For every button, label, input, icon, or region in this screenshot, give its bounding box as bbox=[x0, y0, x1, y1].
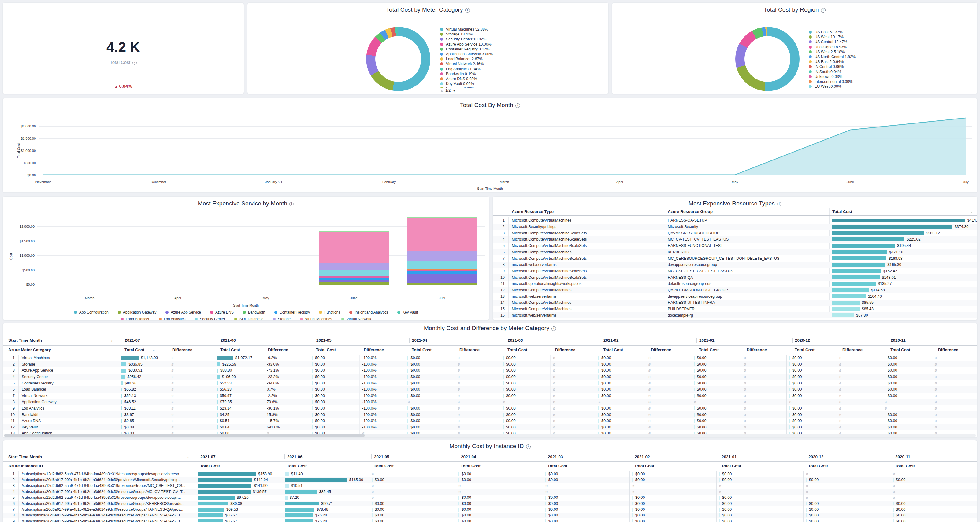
table-row[interactable]: 2Storage$336.85ø$225.59-33.0%$0.00-100.0… bbox=[3, 361, 977, 368]
info-icon[interactable]: i bbox=[777, 202, 781, 206]
column-header-group[interactable]: Azure Resource Group bbox=[668, 209, 713, 214]
table-row[interactable]: 5Microsoft.Compute/virtualMachineScaleSe… bbox=[493, 243, 977, 249]
table-row[interactable]: 14Microsoft.Compute/virtualMachinesHARNE… bbox=[493, 300, 977, 306]
table-row[interactable]: 1Microsoft.Compute/virtualMachinesHARNES… bbox=[493, 217, 977, 224]
table-row[interactable]: 15Microsoft.Compute/virtualMachinesBUILD… bbox=[493, 306, 977, 313]
sub-header-total-cost[interactable]: Total Cost bbox=[412, 347, 431, 352]
info-icon[interactable]: i bbox=[290, 202, 294, 206]
sub-header-difference[interactable]: Difference bbox=[747, 347, 767, 352]
legend-item[interactable]: US Central 12.47% bbox=[809, 40, 856, 44]
table-row[interactable]: 4Microsoft.Compute/virtualMachineScaleSe… bbox=[493, 236, 977, 243]
sub-header-difference[interactable]: Difference bbox=[651, 347, 671, 352]
info-icon[interactable]: i bbox=[552, 327, 556, 331]
info-icon[interactable]: i bbox=[465, 8, 470, 13]
sub-header-total-cost[interactable]: Total Cost bbox=[634, 463, 654, 468]
sub-header-total-cost[interactable]: Total Cost bbox=[808, 463, 828, 468]
sub-header-total-cost[interactable]: Total Cost bbox=[890, 347, 910, 352]
legend-item[interactable]: US East 2 0.94% bbox=[809, 59, 856, 64]
column-header-instance[interactable]: Azure Instance ID bbox=[8, 463, 43, 468]
sub-header-difference[interactable]: Difference bbox=[172, 347, 192, 352]
table-row[interactable]: 7Microsoft.Compute/virtualMachineScaleSe… bbox=[493, 255, 977, 262]
legend-item[interactable]: Bandwidth 0.19% bbox=[440, 71, 493, 76]
legend-item[interactable]: IN South 0.04% bbox=[809, 69, 856, 74]
legend-item[interactable]: Unknown 0.03% bbox=[809, 74, 856, 79]
legend-item[interactable]: Log Analytics 1.34% bbox=[440, 67, 493, 71]
legend-item[interactable]: Container Registry 3.17% bbox=[440, 47, 493, 52]
sub-header-difference[interactable]: Difference bbox=[460, 347, 480, 352]
sub-header-difference[interactable]: Difference bbox=[364, 347, 384, 352]
legend-item[interactable]: Log Analytics bbox=[159, 317, 186, 320]
legend-item[interactable]: Azure App Service bbox=[165, 310, 201, 314]
legend-item[interactable]: US North Central 1.82% bbox=[809, 54, 856, 59]
sub-header-total-cost[interactable]: Total Cost bbox=[316, 347, 336, 352]
sub-header-total-cost[interactable]: Total Cost bbox=[287, 463, 307, 468]
scroll-left-icon[interactable]: ‹ bbox=[188, 455, 189, 459]
table-row[interactable]: 6/subscriptions/20d6a917-99fa-4b1b-9b2e-… bbox=[3, 501, 977, 506]
legend-item[interactable]: EU West 0.00% bbox=[809, 84, 856, 89]
table-row[interactable]: 1Virtual Machines$1,143.93ø$1,072.17-6.3… bbox=[3, 355, 977, 361]
column-header-category[interactable]: Azure Meter Category bbox=[8, 347, 51, 352]
sub-header-total-cost[interactable]: Total Cost bbox=[795, 347, 815, 352]
table-row[interactable]: 12Key Vault$0.08ø$0.64691.0%$0.00-100.0%… bbox=[3, 424, 977, 431]
table-row[interactable]: 8microsoft.web/serverfarmsdevappservicer… bbox=[493, 262, 977, 268]
legend-item[interactable]: Unassigned 8.93% bbox=[809, 44, 856, 49]
sub-header-total-cost[interactable]: Total Cost bbox=[547, 463, 567, 468]
legend-item[interactable]: Virtual Network 2.46% bbox=[440, 62, 493, 66]
legend-item[interactable]: Load Balancer 2.67% bbox=[440, 57, 493, 62]
legend-item[interactable]: Azure App Service 10.00% bbox=[440, 42, 493, 47]
legend-item[interactable]: Application Gateway bbox=[118, 310, 156, 314]
sub-header-total-cost[interactable]: Total Cost bbox=[721, 463, 741, 468]
sub-header-difference[interactable]: Difference bbox=[555, 347, 575, 352]
table-row[interactable]: 11microsoft.operationalinsights/workspac… bbox=[493, 281, 977, 287]
legend-item[interactable]: Security Center 10.82% bbox=[440, 36, 493, 41]
table-row[interactable]: 4Security Center$256.42ø$196.90-23.2%$0.… bbox=[3, 374, 977, 380]
table-row[interactable]: 1/subscriptions/12d2db62-5aa9-471d-84bb-… bbox=[3, 471, 977, 477]
table-row[interactable]: 3Microsoft.Compute/virtualMachineScaleSe… bbox=[493, 230, 977, 236]
table-row[interactable]: 7/subscriptions/20d6a917-99fa-4b1b-9b2e-… bbox=[3, 506, 977, 512]
scroll-left-icon[interactable]: ‹ bbox=[111, 338, 113, 343]
table-row[interactable]: 2/subscriptions/20d6a917-99fa-4b1b-9b2e-… bbox=[3, 477, 977, 482]
table-row[interactable]: 3/subscriptions/12d2db62-5aa9-471d-84bb-… bbox=[3, 483, 977, 489]
meter-category-donut[interactable] bbox=[366, 27, 430, 91]
info-icon[interactable]: i bbox=[821, 8, 826, 13]
page-down-icon[interactable]: ▼ bbox=[452, 89, 456, 92]
legend-item[interactable]: Virtual Machines bbox=[300, 317, 332, 320]
legend-item[interactable]: Bandwidth bbox=[243, 310, 265, 314]
sort-chevron-down-icon[interactable]: ⌄ bbox=[152, 348, 155, 352]
legend-item[interactable]: Virtual Machines 52.88% bbox=[440, 27, 493, 32]
legend-item[interactable]: Load Balancer bbox=[121, 317, 149, 320]
sub-header-total-cost[interactable]: Total Cost bbox=[220, 347, 240, 352]
table-row[interactable]: 9Log Analytics$33.11ø$23.14-30.1%$0.00-1… bbox=[3, 405, 977, 412]
legend-item[interactable]: Intercontinental 0.00% bbox=[809, 79, 856, 84]
table-row[interactable]: 10Bandwidth$3.67ø$4.2515.8%$0.00-100.0%$… bbox=[3, 411, 977, 418]
table-row[interactable]: 8/subscriptions/20d6a917-99fa-4b1b-9b2e-… bbox=[3, 512, 977, 518]
legend-item[interactable]: Azure DNS bbox=[210, 310, 234, 314]
legend-item[interactable]: Functions bbox=[319, 310, 340, 314]
legend-item[interactable]: Application Gateway 3.00% bbox=[440, 52, 493, 57]
table-row[interactable]: 13microsoft.web/serverfarmsdevappservice… bbox=[493, 293, 977, 300]
legend-item[interactable]: US East 51.37% bbox=[809, 30, 856, 35]
sub-header-total-cost[interactable]: Total Cost bbox=[895, 463, 915, 468]
sub-header-total-cost[interactable]: Total Cost bbox=[603, 347, 623, 352]
table-row[interactable]: 10Microsoft.Compute/virtualMachineScaleS… bbox=[493, 274, 977, 281]
legend-item[interactable]: Security Center bbox=[194, 317, 225, 320]
legend-item[interactable]: Functions 0.00% bbox=[440, 86, 493, 88]
table-row[interactable]: 16microsoft.web/serverfarmsdocexample-rg… bbox=[493, 313, 977, 319]
sub-header-difference[interactable]: Difference bbox=[842, 347, 862, 352]
legend-item[interactable]: Key Vault 0.02% bbox=[440, 81, 493, 86]
table-row[interactable]: 7Virtual Network$52.13ø$50.97-2.2%$0.00-… bbox=[3, 393, 977, 399]
info-icon[interactable]: i bbox=[132, 60, 137, 65]
legend-item[interactable]: US West 2 5.18% bbox=[809, 49, 856, 54]
table-row[interactable]: 4/subscriptions/20d6a917-99fa-4b1b-9b2e-… bbox=[3, 489, 977, 495]
sub-header-difference[interactable]: Difference bbox=[938, 347, 958, 352]
sub-header-difference[interactable]: Difference bbox=[268, 347, 288, 352]
table-row[interactable]: 9/subscriptions/20d6a917-99fa-4b1b-9b2e-… bbox=[3, 518, 977, 522]
legend-item[interactable]: Azure DNS 0.03% bbox=[440, 76, 493, 81]
page-up-icon[interactable]: ▲ bbox=[440, 89, 444, 92]
legend-item[interactable]: Insight and Analytics bbox=[349, 310, 388, 314]
column-header-cost[interactable]: Total Cost bbox=[832, 209, 852, 214]
table-row[interactable]: 2Microsoft.Security/pricingsMicrosoft.Se… bbox=[493, 224, 977, 230]
legend-item[interactable]: Storage bbox=[272, 317, 291, 320]
table-row[interactable]: 6Load Balancer$55.82ø$56.230.7%$0.00-100… bbox=[3, 386, 977, 393]
region-donut[interactable] bbox=[735, 27, 800, 91]
